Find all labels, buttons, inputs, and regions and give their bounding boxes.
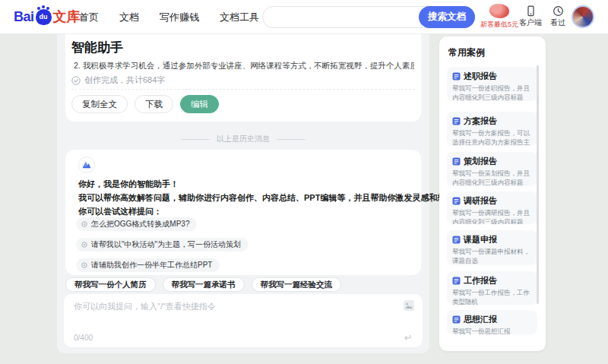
case-item-diaoyan[interactable]: 调研报告 帮我写一份调研报告，并且内容细化到三级内容标题 — [447, 191, 537, 224]
bullet-circle-icon — [81, 221, 87, 227]
report-doc-icon — [452, 315, 461, 324]
case-item-cehua[interactable]: 策划报告 帮我写一份策划报告，并且内容细化到三级内容标题 — [447, 152, 537, 186]
case-title: 课题申报 — [464, 234, 497, 245]
case-desc: 帮我写一份工作报告，工作类型随机 — [452, 288, 532, 305]
message-composer: 0/400 ↵ — [64, 294, 423, 347]
case-title: 策划报告 — [464, 156, 497, 167]
case-title: 工作报告 — [464, 275, 497, 286]
client-label: 客户端 — [519, 18, 542, 27]
page-title: 智能助手 — [71, 39, 123, 56]
quick-prompt-chip[interactable]: 帮我写一份个人简历 — [65, 277, 156, 292]
case-item-fangan[interactable]: 方案报告 帮我写一份方案报告，可以选择任意内容为方案报告主题 — [447, 112, 537, 146]
message-input[interactable] — [74, 301, 385, 331]
report-doc-icon — [452, 117, 461, 125]
case-title: 调研报告 — [464, 195, 497, 207]
logo-text-bai: Bai — [14, 8, 34, 25]
sidebar-scrollbar[interactable] — [537, 65, 539, 304]
history-divider: 以上是历史消息 — [57, 134, 429, 144]
char-counter: 0/400 — [74, 334, 93, 342]
history-message-text: 2. 我积极寻求学习机会，通过参加外部专业讲座、网络课程等方式，不断拓宽视野，提… — [74, 61, 414, 71]
promo-mascot-icon — [489, 4, 509, 18]
report-doc-icon — [452, 157, 461, 166]
quick-prompts-row: 帮我写一份个人简历 帮我写一篇承诺书 帮我写一篇经验交流 — [65, 277, 341, 292]
image-upload-icon[interactable] — [403, 299, 415, 315]
user-avatar[interactable] — [572, 5, 594, 28]
suggestion-label: 怎么把OGG格式转换成MP3? — [91, 219, 189, 229]
case-item-keti[interactable]: 课题申报 帮我写一份课题申报材料，课题自选 — [447, 230, 537, 265]
check-circle-icon — [71, 76, 81, 85]
suggestion-chip[interactable]: 请辅助我创作一份半年工作总结PPT — [76, 258, 220, 272]
creation-status: 创作完成，共计684字 — [71, 74, 165, 86]
bullet-circle-icon — [81, 242, 87, 248]
search-input[interactable] — [274, 8, 414, 27]
nav-item-tools[interactable]: 文档工具 — [220, 11, 259, 24]
report-doc-icon — [452, 236, 461, 244]
case-title: 思想汇报 — [464, 314, 497, 325]
nav-item-earn[interactable]: 写作赚钱 — [160, 11, 199, 24]
copy-all-button[interactable]: 复制全文 — [71, 95, 128, 113]
viewed-label: 看过 — [550, 18, 565, 27]
case-desc: 帮我写一份策划报告，并且内容细化到三级内容标题 — [452, 169, 532, 186]
search-docs-button[interactable]: 搜索文档 — [419, 6, 475, 28]
case-title: 方案报告 — [464, 116, 497, 127]
edit-button[interactable]: 编辑 — [180, 95, 219, 113]
case-desc: 帮我写一份课题申报材料，课题自选 — [452, 247, 532, 265]
top-navbar: Bai du 文库 首页 文档 写作赚钱 文档工具 更多 搜索文档 新客最低5元… — [0, 0, 608, 34]
phone-icon — [525, 5, 537, 17]
case-desc: 帮我写一份调研报告，并且内容细化到三级内容标题 — [452, 208, 532, 224]
case-item-sixiang[interactable]: 思想汇报 帮我写一份思想汇报 — [447, 310, 537, 334]
case-desc: 帮我写一份方案报告，可以选择任意内容为方案报告主题 — [452, 128, 532, 146]
report-doc-icon — [452, 277, 461, 285]
case-desc: 帮我写一份思想汇报 — [452, 327, 532, 334]
sidebar-title: 常用案例 — [448, 46, 485, 59]
case-title: 述职报告 — [464, 71, 497, 82]
suggestion-label: 请帮我以"中秋活动"为主题，写一份活动策划 — [91, 239, 241, 250]
nav-item-docs[interactable]: 文档 — [119, 11, 139, 24]
status-text: 创作完成，共计684字 — [84, 74, 165, 86]
case-desc: 帮我写一份述职报告，并且内容细化到三级内容标题 — [452, 84, 532, 101]
assistant-greeting-card: 你好，我是你的智能助手！ 我可以帮你高效解答问题，辅助你进行内容创作、内容总结、… — [65, 150, 421, 275]
suggestion-chip[interactable]: 请帮我以"中秋活动"为主题，写一份活动策划 — [76, 238, 249, 252]
report-doc-icon — [452, 72, 461, 81]
baidu-wenku-logo[interactable]: Bai du 文库 — [14, 8, 81, 25]
greeting-line-3: 你可以尝试这样提问： — [78, 206, 162, 217]
case-item-shuzhi[interactable]: 述职报告 帮我写一份述职报告，并且内容细化到三级内容标题 — [447, 67, 537, 101]
page: Bai du 文库 首页 文档 写作赚钱 文档工具 更多 搜索文档 新客最低5元… — [0, 0, 608, 364]
history-divider-label: 以上是历史消息 — [217, 134, 270, 144]
greeting-line-2: 我可以帮你高效解答问题，辅助你进行内容创作、内容总结、PPT编辑等，并且帮助你激… — [78, 192, 462, 204]
clock-icon — [553, 5, 564, 17]
nav-item-home[interactable]: 首页 — [79, 11, 99, 24]
download-button[interactable]: 下载 — [135, 95, 173, 113]
case-item-gongzuo[interactable]: 工作报告 帮我写一份工作报告，工作类型随机 — [447, 271, 537, 305]
assistant-logo-icon — [81, 160, 92, 170]
common-cases-sidebar: 常用案例 述职报告 帮我写一份述职报告，并且内容细化到三级内容标题 方案报告 帮… — [439, 36, 546, 351]
logo-text-wenku: 文库 — [53, 8, 81, 25]
enter-send-icon[interactable]: ↵ — [404, 332, 413, 343]
history-message-card: 智能助手 2. 我积极寻求学习机会，通过参加外部专业讲座、网络课程等方式，不断拓… — [65, 34, 421, 122]
greeting-line-1: 你好，我是你的智能助手！ — [78, 179, 179, 190]
quick-prompt-chip[interactable]: 帮我写一篇经验交流 — [252, 277, 342, 292]
bullet-circle-icon — [81, 262, 87, 268]
suggestion-chip[interactable]: 怎么把OGG格式转换成MP3? — [76, 217, 197, 231]
viewed-history-entry[interactable]: 看过 — [541, 5, 575, 28]
search-box: 搜索文档 — [262, 6, 475, 28]
assistant-panel: 智能助手 2. 我积极寻求学习机会，通过参加外部专业讲座、网络课程等方式，不断拓… — [57, 34, 429, 353]
assistant-avatar — [78, 157, 95, 173]
suggestion-label: 请辅助我创作一份半年工作总结PPT — [91, 260, 212, 271]
quick-prompt-chip[interactable]: 帮我写一篇承诺书 — [163, 277, 245, 292]
dashed-divider — [71, 89, 415, 90]
report-doc-icon — [452, 197, 461, 205]
message-actions: 复制全文 下载 编辑 — [71, 95, 219, 113]
baidu-paw-icon: du — [36, 9, 52, 25]
